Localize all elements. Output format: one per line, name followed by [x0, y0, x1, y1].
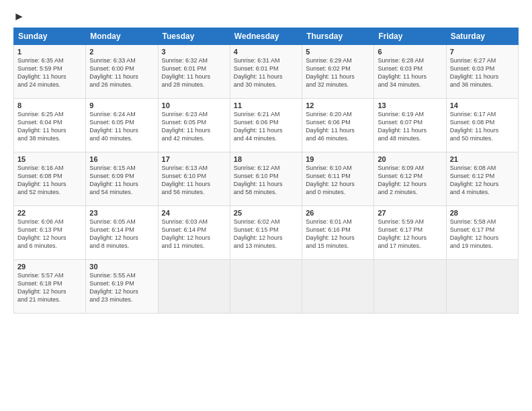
day-info: Sunrise: 6:20 AM Sunset: 6:06 PM Dayligh… — [306, 110, 370, 143]
calendar-cell — [230, 259, 302, 313]
calendar-week-3: 15Sunrise: 6:16 AM Sunset: 6:08 PM Dayli… — [14, 152, 519, 205]
day-info: Sunrise: 6:17 AM Sunset: 6:08 PM Dayligh… — [450, 110, 515, 143]
day-info: Sunrise: 6:13 AM Sunset: 6:10 PM Dayligh… — [162, 164, 226, 197]
calendar-cell: 15Sunrise: 6:16 AM Sunset: 6:08 PM Dayli… — [14, 152, 86, 205]
day-info: Sunrise: 5:59 AM Sunset: 6:17 PM Dayligh… — [378, 218, 442, 250]
calendar-cell: 20Sunrise: 6:09 AM Sunset: 6:12 PM Dayli… — [374, 152, 446, 205]
day-info: Sunrise: 6:33 AM Sunset: 6:00 PM Dayligh… — [89, 56, 154, 89]
weekday-friday: Friday — [374, 28, 446, 44]
day-number: 30 — [89, 263, 154, 271]
day-info: Sunrise: 6:31 AM Sunset: 6:01 PM Dayligh… — [234, 56, 298, 89]
calendar-week-1: 1Sunrise: 6:35 AM Sunset: 5:59 PM Daylig… — [14, 44, 519, 98]
day-number: 9 — [89, 101, 154, 109]
day-info: Sunrise: 6:21 AM Sunset: 6:06 PM Dayligh… — [234, 110, 298, 143]
calendar-cell: 26Sunrise: 6:01 AM Sunset: 6:16 PM Dayli… — [302, 205, 374, 259]
day-number: 7 — [450, 48, 515, 56]
day-info: Sunrise: 5:58 AM Sunset: 6:17 PM Dayligh… — [450, 218, 515, 250]
day-number: 21 — [450, 155, 515, 163]
day-info: Sunrise: 6:15 AM Sunset: 6:09 PM Dayligh… — [89, 164, 154, 197]
day-info: Sunrise: 6:08 AM Sunset: 6:12 PM Dayligh… — [450, 164, 515, 197]
calendar-cell: 27Sunrise: 5:59 AM Sunset: 6:17 PM Dayli… — [374, 205, 446, 259]
calendar-week-2: 8Sunrise: 6:25 AM Sunset: 6:04 PM Daylig… — [14, 98, 519, 152]
day-number: 14 — [450, 101, 515, 109]
day-number: 10 — [162, 101, 226, 109]
calendar-cell: 17Sunrise: 6:13 AM Sunset: 6:10 PM Dayli… — [158, 152, 230, 205]
day-info: Sunrise: 6:32 AM Sunset: 6:01 PM Dayligh… — [162, 56, 226, 89]
weekday-thursday: Thursday — [302, 28, 374, 44]
day-info: Sunrise: 6:23 AM Sunset: 6:05 PM Dayligh… — [162, 110, 226, 143]
day-info: Sunrise: 6:12 AM Sunset: 6:10 PM Dayligh… — [234, 164, 298, 197]
day-info: Sunrise: 6:35 AM Sunset: 5:59 PM Dayligh… — [17, 56, 82, 89]
calendar-table: SundayMondayTuesdayWednesdayThursdayFrid… — [13, 28, 519, 314]
weekday-saturday: Saturday — [446, 28, 518, 44]
day-number: 17 — [162, 155, 226, 163]
header: ► — [13, 11, 519, 24]
day-info: Sunrise: 6:09 AM Sunset: 6:12 PM Dayligh… — [378, 164, 442, 197]
day-number: 3 — [162, 48, 226, 56]
calendar-cell: 6Sunrise: 6:28 AM Sunset: 6:03 PM Daylig… — [374, 44, 446, 98]
weekday-sunday: Sunday — [14, 28, 86, 44]
calendar-cell — [302, 259, 374, 313]
weekday-wednesday: Wednesday — [230, 28, 302, 44]
day-number: 1 — [17, 48, 82, 56]
day-number: 24 — [162, 209, 226, 217]
day-number: 12 — [306, 101, 370, 109]
day-number: 5 — [306, 48, 370, 56]
calendar-cell: 1Sunrise: 6:35 AM Sunset: 5:59 PM Daylig… — [14, 44, 86, 98]
day-number: 15 — [17, 155, 82, 163]
calendar-cell: 2Sunrise: 6:33 AM Sunset: 6:00 PM Daylig… — [86, 44, 158, 98]
day-number: 2 — [89, 48, 154, 56]
day-info: Sunrise: 5:55 AM Sunset: 6:19 PM Dayligh… — [89, 271, 154, 304]
calendar-cell: 29Sunrise: 5:57 AM Sunset: 6:18 PM Dayli… — [14, 259, 86, 313]
day-number: 27 — [378, 209, 442, 217]
calendar-cell: 28Sunrise: 5:58 AM Sunset: 6:17 PM Dayli… — [446, 205, 518, 259]
calendar-cell: 18Sunrise: 6:12 AM Sunset: 6:10 PM Dayli… — [230, 152, 302, 205]
day-number: 4 — [234, 48, 298, 56]
day-info: Sunrise: 6:19 AM Sunset: 6:07 PM Dayligh… — [378, 110, 442, 143]
calendar-cell: 30Sunrise: 5:55 AM Sunset: 6:19 PM Dayli… — [86, 259, 158, 313]
calendar-cell — [374, 259, 446, 313]
calendar-cell: 9Sunrise: 6:24 AM Sunset: 6:05 PM Daylig… — [86, 98, 158, 152]
day-info: Sunrise: 6:03 AM Sunset: 6:14 PM Dayligh… — [162, 218, 226, 250]
calendar-cell: 11Sunrise: 6:21 AM Sunset: 6:06 PM Dayli… — [230, 98, 302, 152]
weekday-header-row: SundayMondayTuesdayWednesdayThursdayFrid… — [14, 28, 519, 44]
day-info: Sunrise: 6:28 AM Sunset: 6:03 PM Dayligh… — [378, 56, 442, 89]
day-info: Sunrise: 6:10 AM Sunset: 6:11 PM Dayligh… — [306, 164, 370, 197]
calendar-cell: 25Sunrise: 6:02 AM Sunset: 6:15 PM Dayli… — [230, 205, 302, 259]
day-number: 28 — [450, 209, 515, 217]
day-info: Sunrise: 6:29 AM Sunset: 6:02 PM Dayligh… — [306, 56, 370, 89]
day-number: 20 — [378, 155, 442, 163]
day-info: Sunrise: 6:16 AM Sunset: 6:08 PM Dayligh… — [17, 164, 82, 197]
day-info: Sunrise: 6:01 AM Sunset: 6:16 PM Dayligh… — [306, 218, 370, 250]
day-info: Sunrise: 6:24 AM Sunset: 6:05 PM Dayligh… — [89, 110, 154, 143]
day-number: 29 — [17, 263, 82, 271]
calendar-cell — [446, 259, 518, 313]
day-number: 18 — [234, 155, 298, 163]
calendar-week-4: 22Sunrise: 6:06 AM Sunset: 6:13 PM Dayli… — [14, 205, 519, 259]
calendar-cell: 5Sunrise: 6:29 AM Sunset: 6:02 PM Daylig… — [302, 44, 374, 98]
calendar-cell: 8Sunrise: 6:25 AM Sunset: 6:04 PM Daylig… — [14, 98, 86, 152]
calendar-cell: 24Sunrise: 6:03 AM Sunset: 6:14 PM Dayli… — [158, 205, 230, 259]
day-number: 16 — [89, 155, 154, 163]
weekday-monday: Monday — [86, 28, 158, 44]
day-info: Sunrise: 6:06 AM Sunset: 6:13 PM Dayligh… — [17, 218, 82, 250]
calendar-cell: 3Sunrise: 6:32 AM Sunset: 6:01 PM Daylig… — [158, 44, 230, 98]
logo: ► — [13, 11, 25, 24]
day-info: Sunrise: 6:02 AM Sunset: 6:15 PM Dayligh… — [234, 218, 298, 250]
day-number: 13 — [378, 101, 442, 109]
day-number: 6 — [378, 48, 442, 56]
calendar-cell: 10Sunrise: 6:23 AM Sunset: 6:05 PM Dayli… — [158, 98, 230, 152]
day-info: Sunrise: 5:57 AM Sunset: 6:18 PM Dayligh… — [17, 271, 82, 304]
page: ► SundayMondayTuesdayWednesdayThursdayFr… — [0, 0, 532, 411]
day-number: 22 — [17, 209, 82, 217]
calendar-cell — [158, 259, 230, 313]
calendar-cell: 23Sunrise: 6:05 AM Sunset: 6:14 PM Dayli… — [86, 205, 158, 259]
day-number: 26 — [306, 209, 370, 217]
calendar-cell: 12Sunrise: 6:20 AM Sunset: 6:06 PM Dayli… — [302, 98, 374, 152]
day-number: 11 — [234, 101, 298, 109]
calendar-cell: 4Sunrise: 6:31 AM Sunset: 6:01 PM Daylig… — [230, 44, 302, 98]
calendar-cell: 7Sunrise: 6:27 AM Sunset: 6:03 PM Daylig… — [446, 44, 518, 98]
day-number: 19 — [306, 155, 370, 163]
day-info: Sunrise: 6:05 AM Sunset: 6:14 PM Dayligh… — [89, 218, 154, 250]
calendar-week-5: 29Sunrise: 5:57 AM Sunset: 6:18 PM Dayli… — [14, 259, 519, 313]
